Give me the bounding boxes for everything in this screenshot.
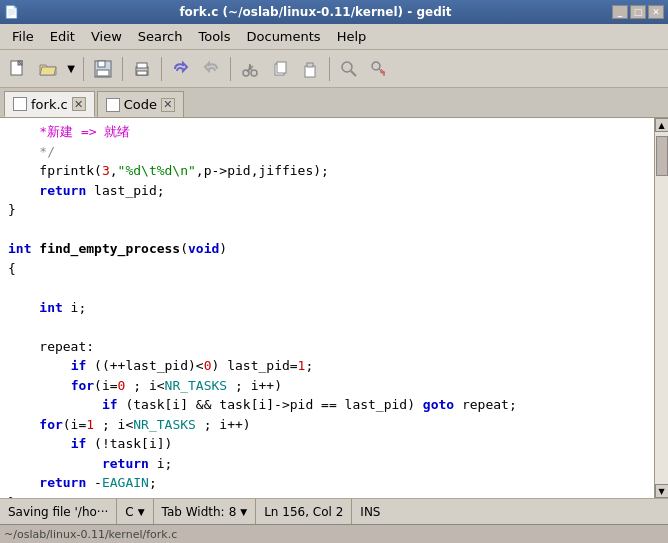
sep5 xyxy=(329,57,330,81)
tab-width-arrow: ▼ xyxy=(240,507,247,517)
editor-container: *新建 => 就绪 */ fprintk(3,"%d\t%d\n",p->pid… xyxy=(0,118,668,498)
toolbar: ▼ xyxy=(0,50,668,88)
language-arrow: ▼ xyxy=(138,507,145,517)
svg-rect-13 xyxy=(307,63,313,67)
window-controls: _ □ ✕ xyxy=(612,5,668,19)
status-bar: Saving file '/ho··· C ▼ Tab Width: 8 ▼ L… xyxy=(0,498,668,524)
minimize-button[interactable]: _ xyxy=(612,5,628,19)
copy-button[interactable] xyxy=(266,55,294,83)
open-button[interactable] xyxy=(34,55,62,83)
sep2 xyxy=(122,57,123,81)
status-saving: Saving file '/ho··· xyxy=(0,499,117,524)
tab-width-label: Tab Width: xyxy=(162,505,225,519)
tab-width-value: 8 xyxy=(229,505,237,519)
svg-rect-4 xyxy=(97,70,109,76)
tab-code-close[interactable]: ✕ xyxy=(161,98,175,112)
language-label: C xyxy=(125,505,133,519)
svg-line-15 xyxy=(351,71,356,76)
replace-button[interactable] xyxy=(365,55,393,83)
tab-forkc[interactable]: fork.c ✕ xyxy=(4,91,95,117)
tabs-bar: fork.c ✕ Code ✕ xyxy=(0,88,668,118)
bottom-bar: ~/oslab/linux-0.11/kernel/fork.c xyxy=(0,524,668,543)
tab-code-icon xyxy=(106,98,120,112)
svg-rect-7 xyxy=(137,71,147,75)
menu-view[interactable]: View xyxy=(83,26,130,47)
window-title: fork.c (~/oslab/linux-0.11/kernel) - ged… xyxy=(19,5,612,19)
tab-forkc-icon xyxy=(13,97,27,111)
code-area[interactable]: *新建 => 就绪 */ fprintk(3,"%d\t%d\n",p->pid… xyxy=(0,118,654,498)
paste-button[interactable] xyxy=(296,55,324,83)
menu-file[interactable]: File xyxy=(4,26,42,47)
svg-rect-6 xyxy=(137,63,147,68)
scroll-thumb[interactable] xyxy=(656,136,668,176)
status-position: Ln 156, Col 2 xyxy=(256,499,352,524)
svg-rect-11 xyxy=(277,62,286,73)
title-bar: 📄 fork.c (~/oslab/linux-0.11/kernel) - g… xyxy=(0,0,668,24)
print-button[interactable] xyxy=(128,55,156,83)
new-button[interactable] xyxy=(4,55,32,83)
svg-point-14 xyxy=(342,62,352,72)
title-icon: 📄 xyxy=(0,5,19,19)
scroll-track[interactable] xyxy=(655,132,668,484)
svg-rect-3 xyxy=(98,61,105,67)
tab-code-label: Code xyxy=(124,97,157,112)
mode-text: INS xyxy=(360,505,380,519)
status-language[interactable]: C ▼ xyxy=(117,499,153,524)
svg-point-9 xyxy=(251,70,257,76)
cut-button[interactable] xyxy=(236,55,264,83)
svg-rect-12 xyxy=(305,66,315,77)
sep1 xyxy=(83,57,84,81)
position-text: Ln 156, Col 2 xyxy=(264,505,343,519)
tab-forkc-close[interactable]: ✕ xyxy=(72,97,86,111)
menu-documents[interactable]: Documents xyxy=(239,26,329,47)
scroll-up-button[interactable]: ▲ xyxy=(655,118,669,132)
maximize-button[interactable]: □ xyxy=(630,5,646,19)
bottom-text: ~/oslab/linux-0.11/kernel/fork.c xyxy=(4,528,177,541)
scrollbar-vertical[interactable]: ▲ ▼ xyxy=(654,118,668,498)
menu-edit[interactable]: Edit xyxy=(42,26,83,47)
save-button[interactable] xyxy=(89,55,117,83)
status-tab-width[interactable]: Tab Width: 8 ▼ xyxy=(154,499,257,524)
svg-point-16 xyxy=(372,62,380,70)
tab-forkc-label: fork.c xyxy=(31,97,68,112)
status-mode: INS xyxy=(352,499,388,524)
find-button[interactable] xyxy=(335,55,363,83)
sep3 xyxy=(161,57,162,81)
saving-text: Saving file '/ho··· xyxy=(8,505,108,519)
undo-button[interactable] xyxy=(167,55,195,83)
menu-help[interactable]: Help xyxy=(329,26,375,47)
menu-tools[interactable]: Tools xyxy=(190,26,238,47)
sep4 xyxy=(230,57,231,81)
open-dropdown[interactable]: ▼ xyxy=(64,55,78,83)
menu-bar: File Edit View Search Tools Documents He… xyxy=(0,24,668,50)
redo-button[interactable] xyxy=(197,55,225,83)
scroll-down-button[interactable]: ▼ xyxy=(655,484,669,498)
tab-code[interactable]: Code ✕ xyxy=(97,91,184,117)
menu-search[interactable]: Search xyxy=(130,26,191,47)
close-button[interactable]: ✕ xyxy=(648,5,664,19)
